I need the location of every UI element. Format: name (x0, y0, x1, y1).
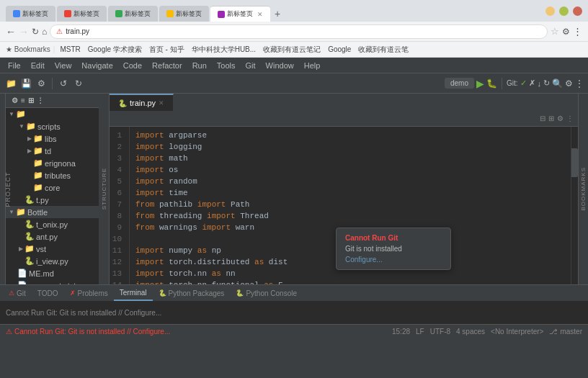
menu-view[interactable]: View (50, 60, 77, 71)
menu-navigate[interactable]: Navigate (76, 60, 117, 71)
menu-edit[interactable]: Edit (26, 60, 50, 71)
code-line-5: import random (135, 176, 571, 187)
tree-item-erignona[interactable]: ▶ 📁 erignona (6, 157, 99, 169)
settings-button[interactable]: ⚙ (565, 78, 573, 89)
bottom-content-area: Cannot Run Git: Git is not installed // … (0, 301, 588, 324)
code-line-2: import logging (135, 141, 571, 153)
bookmark-hust[interactable]: 华中科技大学HUB... (190, 44, 258, 55)
status-branch[interactable]: ⎇ master (549, 328, 582, 336)
tree-item-comments[interactable]: ▶ 📄 comments.txt (6, 279, 99, 284)
menu-help[interactable]: Help (299, 60, 326, 71)
bottom-tab-terminal[interactable]: Terminal (114, 285, 153, 301)
tree-item-i-view[interactable]: ▶ 🐍 i_view.py (6, 255, 99, 267)
browser-tab-3[interactable]: 新标签页 (108, 6, 158, 22)
gear-icon[interactable]: ⚙ (12, 96, 18, 104)
bookmark-google[interactable]: Google (326, 45, 353, 54)
git-history[interactable]: ↓ (538, 79, 542, 88)
menu-code[interactable]: Code (118, 60, 147, 71)
tree-item-t-onix[interactable]: ▶ 🐍 t_onix.py (6, 218, 99, 230)
bottom-tab-git[interactable]: ⚠ Git (3, 285, 32, 301)
menu-git[interactable]: Git (241, 60, 261, 71)
tree-item-libs[interactable]: ▶ 📁 libs (6, 132, 99, 145)
bookmark-mstr[interactable]: MSTR (58, 45, 82, 54)
code-line-3: import math (135, 153, 571, 164)
tree-item-ant[interactable]: ▶ 🐍 ant.py (6, 230, 99, 243)
editor-more-icon[interactable]: ⋮ (566, 114, 574, 122)
tree-item-tributes[interactable]: ▶ 📁 tributes (6, 169, 99, 181)
bookmarks-label: ★ Bookmarks (6, 45, 50, 53)
settings-icon[interactable]: ⋮ (37, 96, 44, 104)
bookmark-google-scholar[interactable]: Google 学术搜索 (86, 44, 144, 55)
close-tab-icon[interactable]: ✕ (257, 11, 263, 18)
tree-item-core[interactable]: ▶ 📁 core (6, 181, 99, 194)
tree-item-vst[interactable]: ▶ 📁 vst (6, 243, 99, 255)
toolbar-open[interactable]: 📁 (4, 77, 17, 90)
menu-button[interactable]: ⋮ (573, 26, 582, 37)
code-line-14: import torch.nn.functional as F (135, 279, 571, 284)
bookmark-youdao2[interactable]: 收藏到有道云笔 (356, 44, 411, 55)
git-label: Git: (507, 79, 518, 87)
status-git-warning[interactable]: ⚠ Cannot Run Git: Git is not installed /… (6, 328, 170, 336)
side-icons-left (0, 94, 6, 284)
status-interpreter[interactable]: <No Interpreter> (491, 328, 543, 336)
menu-tools[interactable]: Tools (212, 60, 241, 71)
bottom-tab-problems[interactable]: ✗ Problems (64, 285, 114, 301)
home-button[interactable]: ⌂ (42, 27, 47, 37)
toolbar-settings[interactable]: ⚙ (35, 77, 48, 90)
ide-toolbar: 📁 💾 ⚙ ↺ ↻ demo ▶ 🐛 Git: ✓ ✗ ↓ ↻ 🔍 ⚙ ⋮ (0, 73, 588, 94)
new-tab-button[interactable]: + (272, 6, 283, 22)
tree-item-t-py[interactable]: ▶ 🐍 t.py (6, 194, 99, 206)
bottom-tab-python-packages[interactable]: 🐍 Python Packages (153, 285, 231, 301)
git-refresh[interactable]: ↻ (543, 78, 550, 88)
git-x[interactable]: ✗ (529, 78, 535, 88)
bookmark-youdao[interactable]: 收藏到有道云笔记 (261, 44, 323, 55)
debug-button[interactable]: 🐛 (486, 78, 497, 89)
address-bar[interactable]: ⚠ train.py (50, 24, 548, 39)
bookmarks-label: Bookmarks (580, 167, 587, 211)
maximize-button[interactable] (559, 6, 569, 16)
menu-file[interactable]: File (3, 60, 26, 71)
toolbar-save[interactable]: 💾 (19, 77, 32, 90)
tree-item-scripts[interactable]: ▼ 📁 scripts (6, 120, 99, 132)
forward-button[interactable]: → (19, 26, 29, 37)
bookmark-star[interactable]: ☆ (551, 26, 559, 37)
close-button[interactable] (573, 6, 582, 16)
bottom-tab-python-console[interactable]: 🐍 Python Console (230, 285, 303, 301)
browser-chrome: 新标签页 新标签页 新标签页 新标签页 新标签页 ✕ + (0, 0, 588, 22)
tree-item-root[interactable]: ▼ 📁 (6, 108, 99, 120)
extensions-button[interactable]: ⚙ (562, 27, 570, 37)
bookmark-zhihu[interactable]: 首页 - 知乎 (147, 44, 187, 55)
editor-fold-icon[interactable]: ⊟ (540, 114, 545, 122)
minimap[interactable] (571, 127, 578, 284)
expand-icon[interactable]: ⊞ (28, 96, 34, 104)
browser-navbar: ← → ↻ ⌂ ⚠ train.py ☆ ⚙ ⋮ (0, 22, 588, 42)
tree-item-td[interactable]: ▶ 📁 td (6, 145, 99, 157)
tree-item-bottle[interactable]: ▼ 📁 Bottle (6, 206, 99, 218)
run-button[interactable]: ▶ (476, 78, 484, 89)
toolbar-redo[interactable]: ↻ (72, 77, 85, 90)
search-button[interactable]: 🔍 (552, 78, 563, 89)
toolbar-undo[interactable]: ↺ (57, 77, 70, 90)
tree-item-me-md[interactable]: ▶ 📄 ME.md (6, 267, 99, 279)
close-editor-icon[interactable]: ✕ (159, 99, 164, 107)
browser-tab-active[interactable]: 新标签页 ✕ (210, 6, 270, 22)
refresh-button[interactable]: ↻ (32, 27, 39, 37)
run-config-button[interactable]: demo (445, 78, 474, 89)
back-button[interactable]: ← (6, 26, 16, 37)
browser-tab-1[interactable]: 新标签页 (6, 6, 55, 22)
editor-unfold-icon[interactable]: ⊞ (548, 114, 554, 122)
menu-run[interactable]: Run (187, 60, 212, 71)
more-button[interactable]: ⋮ (575, 78, 584, 89)
git-popup-message: Git is not installed (345, 245, 442, 253)
editor-settings-icon[interactable]: ⚙ (557, 114, 564, 122)
browser-tab-4[interactable]: 新标签页 (159, 6, 209, 22)
editor-tab-train[interactable]: 🐍 train.py ✕ (110, 94, 174, 111)
minimize-button[interactable] (545, 6, 555, 16)
menu-refactor[interactable]: Refactor (147, 60, 187, 71)
bottom-tab-todo[interactable]: TODO (32, 285, 64, 301)
git-check[interactable]: ✓ (520, 78, 527, 88)
git-popup-configure[interactable]: Configure... (345, 256, 442, 264)
menu-window[interactable]: Window (261, 60, 299, 71)
browser-tab-2[interactable]: 新标签页 (57, 6, 107, 22)
sort-icon[interactable]: ≡ (21, 96, 25, 104)
